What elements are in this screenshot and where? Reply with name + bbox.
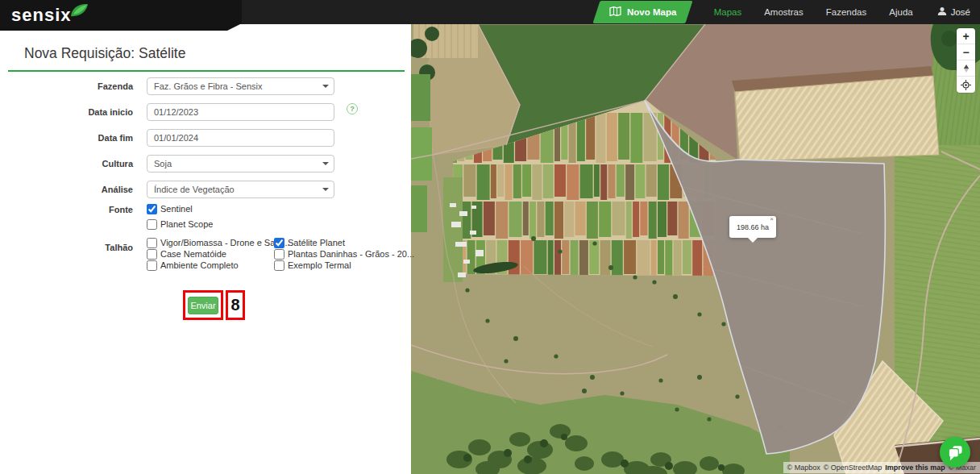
navbar-menu: Novo Mapa Mapas Amostras Fazendas Ajuda … xyxy=(596,0,970,24)
talhao-case-nematoide-checkbox[interactable]: Case Nematóide xyxy=(147,248,226,260)
chat-bubbles-icon xyxy=(945,443,965,462)
request-form-panel: Nova Requisição: Satélite Fazenda Faz. G… xyxy=(0,24,411,474)
analise-select[interactable]: Índice de Vegetação xyxy=(147,181,334,198)
area-popup[interactable]: 198.66 ha × xyxy=(729,216,776,238)
attribution-osm-link[interactable]: © OpenStreetMap xyxy=(824,464,882,472)
title-underline xyxy=(8,70,405,72)
analise-row: Análise Índice de Vegetação xyxy=(0,181,411,198)
data-inicio-row: Data inicio ? xyxy=(0,103,411,121)
tab-ajuda[interactable]: Ajuda xyxy=(889,0,912,24)
data-fim-label: Data fim xyxy=(0,129,133,147)
map-icon xyxy=(609,6,621,18)
tab-amostras[interactable]: Amostras xyxy=(764,0,804,24)
help-icon[interactable]: ? xyxy=(347,103,358,114)
data-inicio-input[interactable] xyxy=(147,103,334,121)
annotation-box-enviar: Enviar xyxy=(183,290,223,320)
data-fim-row: Data fim xyxy=(0,129,411,147)
fazenda-row: Fazenda Faz. Grãos e Fibra - Sensix xyxy=(0,77,411,95)
popup-close-icon[interactable]: × xyxy=(770,216,774,222)
talhao-label: Talhão xyxy=(0,243,133,252)
user-menu[interactable]: José xyxy=(937,6,970,18)
map-canvas[interactable]: 198.66 ha × + − xyxy=(411,24,980,474)
leaf-icon xyxy=(69,2,89,23)
cultura-select[interactable]: Soja xyxy=(147,155,334,173)
analise-label: Análise xyxy=(0,181,133,198)
talhao-plantas-daninhas-checkbox[interactable]: Plantas Daninhas - Grãos - 20... xyxy=(274,248,414,260)
talhao-vigor-biomassa-checkbox[interactable]: Vigor/Biomassa - Drone e Saté... xyxy=(147,237,290,248)
satellite-terrain xyxy=(411,24,980,474)
attribution-improve-link[interactable]: Improve this map xyxy=(885,464,945,472)
talhao-ambiente-completo-checkbox[interactable]: Ambiente Completo xyxy=(147,260,239,271)
novo-mapa-label: Novo Mapa xyxy=(627,7,676,17)
tab-mapas[interactable]: Mapas xyxy=(714,0,742,24)
compass-button[interactable] xyxy=(957,60,975,77)
annotation-mark-8: 8 xyxy=(226,290,245,320)
cultura-row: Cultura Soja xyxy=(0,155,411,173)
fonte-planet-scope-checkbox[interactable]: Planet Scope xyxy=(147,218,213,230)
person-icon xyxy=(937,6,947,18)
enviar-button[interactable]: Enviar xyxy=(188,297,218,314)
area-popup-label: 198.66 ha xyxy=(737,223,769,231)
logo-plate: sensix xyxy=(0,0,242,31)
talhao-exemplo-termal-checkbox[interactable]: Exemplo Termal xyxy=(274,260,351,271)
talhao-satelite-planet-checkbox[interactable]: Satélite Planet xyxy=(274,237,345,248)
zoom-in-button[interactable]: + xyxy=(957,28,975,44)
cultura-label: Cultura xyxy=(0,155,133,173)
data-fim-input[interactable] xyxy=(147,129,334,147)
tab-fazendas[interactable]: Fazendas xyxy=(826,0,867,24)
fonte-label: Fonte xyxy=(0,205,133,214)
geolocate-button[interactable] xyxy=(957,77,975,93)
data-inicio-label: Data inicio xyxy=(0,103,133,121)
user-name: José xyxy=(951,7,970,17)
chat-button[interactable] xyxy=(940,437,970,468)
attribution-mapbox-link[interactable]: © Mapbox xyxy=(787,464,820,472)
sensix-logo[interactable]: sensix xyxy=(11,5,72,26)
map-controls: + − xyxy=(957,28,975,93)
novo-mapa-button[interactable]: Novo Mapa xyxy=(593,1,693,23)
app: Novo Mapa Mapas Amostras Fazendas Ajuda … xyxy=(0,0,980,474)
fonte-sentinel-checkbox[interactable]: Sentinel xyxy=(147,203,193,214)
annotation-group: Enviar 8 xyxy=(183,290,245,320)
zoom-out-button[interactable]: − xyxy=(957,44,975,60)
fazenda-select[interactable]: Faz. Grãos e Fibra - Sensix xyxy=(147,77,334,95)
fazenda-label: Fazenda xyxy=(0,77,133,95)
